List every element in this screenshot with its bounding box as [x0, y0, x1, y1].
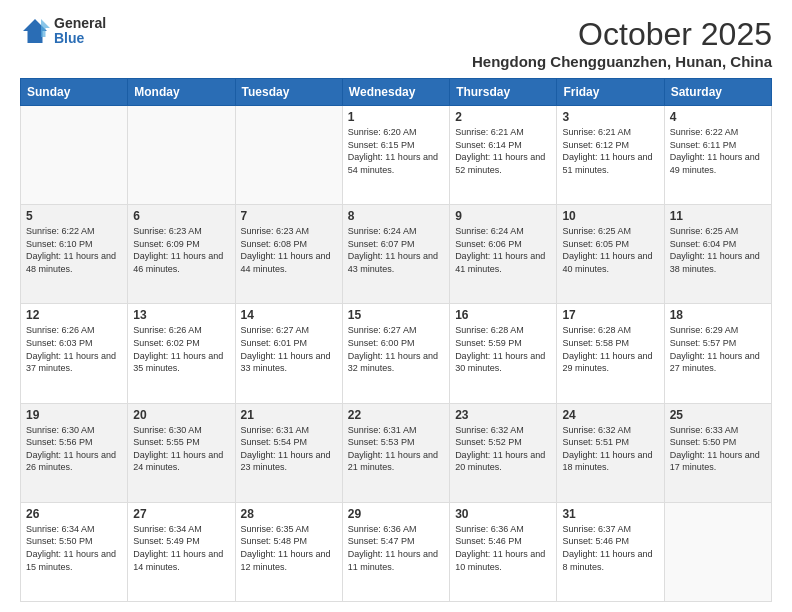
calendar-cell: 2Sunrise: 6:21 AM Sunset: 6:14 PM Daylig…	[450, 106, 557, 205]
calendar-week-row: 26Sunrise: 6:34 AM Sunset: 5:50 PM Dayli…	[21, 502, 772, 601]
day-number: 29	[348, 507, 444, 521]
calendar-cell	[128, 106, 235, 205]
day-info: Sunrise: 6:27 AM Sunset: 6:00 PM Dayligh…	[348, 324, 444, 374]
day-info: Sunrise: 6:37 AM Sunset: 5:46 PM Dayligh…	[562, 523, 658, 573]
month-title: October 2025	[472, 16, 772, 53]
calendar-cell	[21, 106, 128, 205]
day-info: Sunrise: 6:25 AM Sunset: 6:05 PM Dayligh…	[562, 225, 658, 275]
calendar-week-row: 12Sunrise: 6:26 AM Sunset: 6:03 PM Dayli…	[21, 304, 772, 403]
calendar-cell: 31Sunrise: 6:37 AM Sunset: 5:46 PM Dayli…	[557, 502, 664, 601]
calendar-header-monday: Monday	[128, 79, 235, 106]
day-info: Sunrise: 6:23 AM Sunset: 6:09 PM Dayligh…	[133, 225, 229, 275]
header: General Blue October 2025 Hengdong Cheng…	[20, 16, 772, 70]
day-number: 21	[241, 408, 337, 422]
day-info: Sunrise: 6:36 AM Sunset: 5:47 PM Dayligh…	[348, 523, 444, 573]
day-number: 20	[133, 408, 229, 422]
day-number: 31	[562, 507, 658, 521]
day-info: Sunrise: 6:27 AM Sunset: 6:01 PM Dayligh…	[241, 324, 337, 374]
day-number: 12	[26, 308, 122, 322]
day-info: Sunrise: 6:30 AM Sunset: 5:56 PM Dayligh…	[26, 424, 122, 474]
calendar-cell: 1Sunrise: 6:20 AM Sunset: 6:15 PM Daylig…	[342, 106, 449, 205]
calendar-cell: 16Sunrise: 6:28 AM Sunset: 5:59 PM Dayli…	[450, 304, 557, 403]
calendar-cell: 29Sunrise: 6:36 AM Sunset: 5:47 PM Dayli…	[342, 502, 449, 601]
day-number: 26	[26, 507, 122, 521]
calendar-header-wednesday: Wednesday	[342, 79, 449, 106]
day-number: 11	[670, 209, 766, 223]
day-number: 2	[455, 110, 551, 124]
calendar-cell: 12Sunrise: 6:26 AM Sunset: 6:03 PM Dayli…	[21, 304, 128, 403]
day-number: 1	[348, 110, 444, 124]
calendar-header-tuesday: Tuesday	[235, 79, 342, 106]
calendar-header-row: SundayMondayTuesdayWednesdayThursdayFrid…	[21, 79, 772, 106]
day-info: Sunrise: 6:34 AM Sunset: 5:49 PM Dayligh…	[133, 523, 229, 573]
title-area: October 2025 Hengdong Chengguanzhen, Hun…	[472, 16, 772, 70]
calendar-cell: 6Sunrise: 6:23 AM Sunset: 6:09 PM Daylig…	[128, 205, 235, 304]
calendar-cell: 13Sunrise: 6:26 AM Sunset: 6:02 PM Dayli…	[128, 304, 235, 403]
calendar-cell: 14Sunrise: 6:27 AM Sunset: 6:01 PM Dayli…	[235, 304, 342, 403]
calendar-cell	[235, 106, 342, 205]
logo: General Blue	[20, 16, 106, 47]
day-info: Sunrise: 6:29 AM Sunset: 5:57 PM Dayligh…	[670, 324, 766, 374]
day-info: Sunrise: 6:26 AM Sunset: 6:02 PM Dayligh…	[133, 324, 229, 374]
day-number: 19	[26, 408, 122, 422]
logo-text: General Blue	[54, 16, 106, 47]
day-number: 22	[348, 408, 444, 422]
calendar-cell: 3Sunrise: 6:21 AM Sunset: 6:12 PM Daylig…	[557, 106, 664, 205]
day-info: Sunrise: 6:28 AM Sunset: 5:59 PM Dayligh…	[455, 324, 551, 374]
calendar-cell	[664, 502, 771, 601]
day-info: Sunrise: 6:31 AM Sunset: 5:53 PM Dayligh…	[348, 424, 444, 474]
logo-blue: Blue	[54, 31, 106, 46]
day-number: 30	[455, 507, 551, 521]
calendar-cell: 26Sunrise: 6:34 AM Sunset: 5:50 PM Dayli…	[21, 502, 128, 601]
calendar-cell: 5Sunrise: 6:22 AM Sunset: 6:10 PM Daylig…	[21, 205, 128, 304]
calendar-week-row: 19Sunrise: 6:30 AM Sunset: 5:56 PM Dayli…	[21, 403, 772, 502]
day-number: 15	[348, 308, 444, 322]
location: Hengdong Chengguanzhen, Hunan, China	[472, 53, 772, 70]
day-info: Sunrise: 6:30 AM Sunset: 5:55 PM Dayligh…	[133, 424, 229, 474]
day-number: 10	[562, 209, 658, 223]
calendar-cell: 25Sunrise: 6:33 AM Sunset: 5:50 PM Dayli…	[664, 403, 771, 502]
calendar-cell: 24Sunrise: 6:32 AM Sunset: 5:51 PM Dayli…	[557, 403, 664, 502]
day-info: Sunrise: 6:23 AM Sunset: 6:08 PM Dayligh…	[241, 225, 337, 275]
logo-icon	[20, 16, 50, 46]
calendar-cell: 22Sunrise: 6:31 AM Sunset: 5:53 PM Dayli…	[342, 403, 449, 502]
calendar-cell: 4Sunrise: 6:22 AM Sunset: 6:11 PM Daylig…	[664, 106, 771, 205]
day-info: Sunrise: 6:24 AM Sunset: 6:06 PM Dayligh…	[455, 225, 551, 275]
day-info: Sunrise: 6:25 AM Sunset: 6:04 PM Dayligh…	[670, 225, 766, 275]
day-info: Sunrise: 6:20 AM Sunset: 6:15 PM Dayligh…	[348, 126, 444, 176]
calendar-cell: 21Sunrise: 6:31 AM Sunset: 5:54 PM Dayli…	[235, 403, 342, 502]
page: General Blue October 2025 Hengdong Cheng…	[0, 0, 792, 612]
day-number: 8	[348, 209, 444, 223]
calendar-cell: 20Sunrise: 6:30 AM Sunset: 5:55 PM Dayli…	[128, 403, 235, 502]
calendar-header-friday: Friday	[557, 79, 664, 106]
day-info: Sunrise: 6:21 AM Sunset: 6:14 PM Dayligh…	[455, 126, 551, 176]
day-info: Sunrise: 6:24 AM Sunset: 6:07 PM Dayligh…	[348, 225, 444, 275]
day-number: 25	[670, 408, 766, 422]
day-number: 7	[241, 209, 337, 223]
calendar-cell: 7Sunrise: 6:23 AM Sunset: 6:08 PM Daylig…	[235, 205, 342, 304]
svg-marker-1	[41, 19, 50, 37]
day-number: 3	[562, 110, 658, 124]
logo-general: General	[54, 16, 106, 31]
calendar-cell: 11Sunrise: 6:25 AM Sunset: 6:04 PM Dayli…	[664, 205, 771, 304]
calendar-cell: 30Sunrise: 6:36 AM Sunset: 5:46 PM Dayli…	[450, 502, 557, 601]
day-info: Sunrise: 6:32 AM Sunset: 5:51 PM Dayligh…	[562, 424, 658, 474]
calendar-header-thursday: Thursday	[450, 79, 557, 106]
day-info: Sunrise: 6:36 AM Sunset: 5:46 PM Dayligh…	[455, 523, 551, 573]
calendar-cell: 15Sunrise: 6:27 AM Sunset: 6:00 PM Dayli…	[342, 304, 449, 403]
day-number: 4	[670, 110, 766, 124]
day-number: 14	[241, 308, 337, 322]
day-info: Sunrise: 6:28 AM Sunset: 5:58 PM Dayligh…	[562, 324, 658, 374]
day-info: Sunrise: 6:22 AM Sunset: 6:10 PM Dayligh…	[26, 225, 122, 275]
calendar-cell: 10Sunrise: 6:25 AM Sunset: 6:05 PM Dayli…	[557, 205, 664, 304]
day-info: Sunrise: 6:32 AM Sunset: 5:52 PM Dayligh…	[455, 424, 551, 474]
day-info: Sunrise: 6:26 AM Sunset: 6:03 PM Dayligh…	[26, 324, 122, 374]
day-info: Sunrise: 6:22 AM Sunset: 6:11 PM Dayligh…	[670, 126, 766, 176]
day-info: Sunrise: 6:31 AM Sunset: 5:54 PM Dayligh…	[241, 424, 337, 474]
day-info: Sunrise: 6:35 AM Sunset: 5:48 PM Dayligh…	[241, 523, 337, 573]
day-number: 24	[562, 408, 658, 422]
day-number: 9	[455, 209, 551, 223]
calendar-table: SundayMondayTuesdayWednesdayThursdayFrid…	[20, 78, 772, 602]
calendar-week-row: 1Sunrise: 6:20 AM Sunset: 6:15 PM Daylig…	[21, 106, 772, 205]
calendar-cell: 18Sunrise: 6:29 AM Sunset: 5:57 PM Dayli…	[664, 304, 771, 403]
